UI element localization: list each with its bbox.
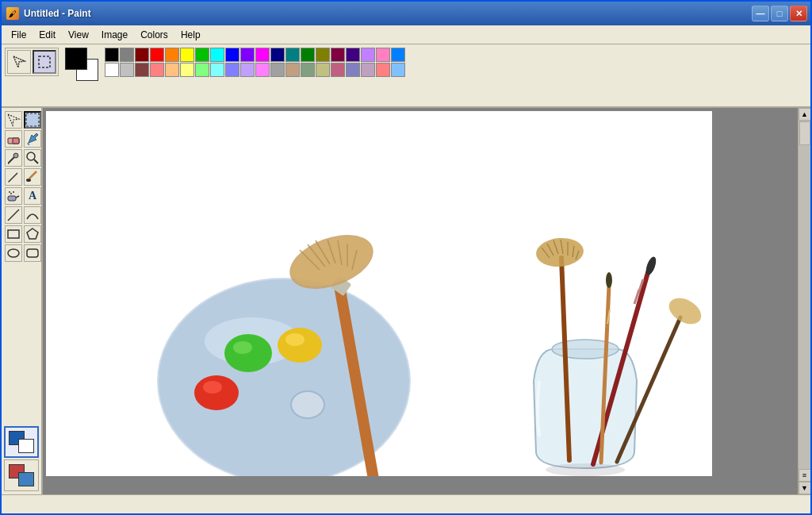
menu-edit[interactable]: Edit (33, 28, 62, 42)
swatch-purple[interactable] (240, 48, 255, 62)
app-icon: 🖌 (6, 7, 19, 20)
menu-file[interactable]: File (5, 28, 33, 42)
menu-colors[interactable]: Colors (134, 28, 174, 42)
swatch-darkgray[interactable] (120, 48, 134, 62)
svg-point-20 (9, 191, 10, 193)
svg-rect-1 (39, 56, 50, 67)
swatch-maroon[interactable] (331, 48, 345, 62)
swatch-skyblue[interactable] (391, 48, 405, 62)
curve-button[interactable] (24, 206, 41, 224)
swatch-lilac[interactable] (361, 63, 375, 77)
swatch-black[interactable] (105, 48, 119, 62)
color-option-1[interactable] (4, 426, 39, 458)
eraser-button[interactable] (5, 130, 22, 148)
menu-help[interactable]: Help (174, 28, 207, 42)
swatch-indigo[interactable] (346, 48, 360, 62)
rounded-rect-button[interactable] (24, 244, 41, 262)
swatch-yellow[interactable] (180, 48, 194, 62)
swatch-brown[interactable] (135, 63, 149, 77)
window-title: Untitled - Paint (24, 8, 91, 19)
svg-rect-22 (8, 230, 19, 238)
foreground-color-box[interactable] (65, 48, 87, 70)
swatch-lightgray[interactable] (120, 63, 134, 77)
vertical-scrollbar[interactable]: ▲ ≡ ▼ (798, 108, 810, 494)
rect-button[interactable] (5, 225, 22, 243)
canvas[interactable] (46, 111, 712, 476)
swatch-red[interactable] (150, 48, 164, 62)
close-button[interactable]: ✕ (790, 6, 807, 21)
swatch-cyan[interactable] (210, 48, 224, 62)
swatch-orange[interactable] (165, 48, 179, 62)
polygon-button[interactable] (24, 225, 41, 243)
brush-button[interactable] (24, 168, 41, 186)
swatch-lightblue[interactable] (225, 63, 239, 77)
scroll-track[interactable] (799, 121, 811, 469)
swatch-lavender[interactable] (240, 63, 255, 77)
titlebar: 🖌 Untitled - Paint — □ ✕ (2, 2, 810, 25)
fill-button[interactable] (24, 130, 41, 148)
svg-line-21 (8, 209, 19, 221)
line-button[interactable] (5, 206, 22, 224)
titlebar-controls: — □ ✕ (752, 6, 807, 21)
swatch-magenta[interactable] (255, 48, 270, 62)
svg-line-10 (34, 159, 38, 163)
swatch-violet[interactable] (361, 48, 375, 62)
swatch-navy[interactable] (270, 48, 285, 62)
svg-point-50 (546, 463, 625, 476)
palette-row-1 (105, 48, 405, 62)
scroll-down-button[interactable]: ▼ (799, 482, 811, 494)
svg-rect-5 (13, 138, 19, 144)
swatch-blue[interactable] (225, 48, 239, 62)
svg-marker-0 (13, 56, 25, 67)
color-option-2[interactable] (4, 459, 39, 491)
maximize-button[interactable]: □ (771, 6, 788, 21)
swatch-salmon[interactable] (376, 63, 390, 77)
menu-image[interactable]: Image (95, 28, 134, 42)
swatch-olive[interactable] (316, 48, 330, 62)
pencil-button[interactable] (5, 168, 22, 186)
swatch-periwinkle[interactable] (346, 63, 360, 77)
swatch-lime[interactable] (195, 48, 209, 62)
swatch-peach[interactable] (165, 63, 179, 77)
svg-point-24 (8, 249, 19, 257)
airbrush-button[interactable] (5, 187, 22, 205)
svg-line-17 (16, 196, 19, 198)
svg-rect-16 (8, 196, 16, 201)
swatch-lightred[interactable] (150, 63, 164, 77)
swatch-silver[interactable] (270, 63, 285, 77)
rect-select-button[interactable] (24, 111, 41, 129)
swatch-rose[interactable] (331, 63, 345, 77)
swatch-tan[interactable] (285, 63, 300, 77)
swatch-lightgreen[interactable] (195, 63, 209, 77)
swatch-white[interactable] (105, 63, 119, 77)
ellipse-button[interactable] (5, 244, 22, 262)
swatch-lightyellow[interactable] (180, 63, 194, 77)
swatch-darkred[interactable] (135, 48, 149, 62)
svg-point-9 (27, 152, 35, 160)
swatch-pink[interactable] (376, 48, 390, 62)
scroll-thumb[interactable] (799, 121, 810, 145)
svg-marker-23 (27, 229, 38, 239)
free-select-tool-toolbar[interactable] (7, 50, 31, 74)
swatch-khaki[interactable] (316, 63, 330, 77)
bottom-color-options (5, 426, 38, 491)
svg-point-66 (606, 272, 612, 288)
magnify-button[interactable] (24, 149, 41, 167)
swatch-teal[interactable] (285, 48, 300, 62)
eyedropper-button[interactable] (5, 149, 22, 167)
swatch-lightcyan[interactable] (210, 63, 224, 77)
rect-select-tool-toolbar[interactable] (33, 50, 56, 74)
canvas-artwork (46, 111, 712, 476)
scroll-up-button[interactable]: ▲ (799, 108, 811, 121)
menu-view[interactable]: View (62, 28, 95, 42)
svg-rect-3 (26, 113, 39, 126)
swatch-azure[interactable] (391, 63, 405, 77)
canvas-with-scrollbar: ▲ ≡ ▼ (43, 108, 810, 494)
free-select-button[interactable] (5, 111, 22, 129)
swatch-green[interactable] (301, 48, 315, 62)
minimize-button[interactable]: — (752, 6, 769, 21)
swatch-sage[interactable] (301, 63, 315, 77)
canvas-container[interactable] (43, 108, 798, 494)
text-button[interactable]: A (24, 187, 41, 205)
swatch-lightpink[interactable] (255, 63, 270, 77)
